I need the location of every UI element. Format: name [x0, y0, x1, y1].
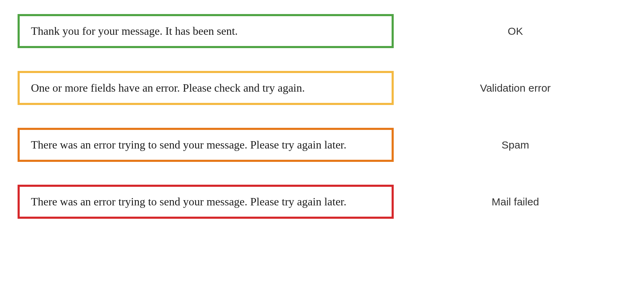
message-text: There was an error trying to send your m…: [31, 195, 346, 208]
label-text: Validation error: [480, 82, 550, 94]
message-label-spam: Spam: [394, 139, 626, 151]
message-text: Thank you for your message. It has been …: [31, 25, 238, 37]
label-text: OK: [508, 25, 523, 37]
message-text: One or more fields have an error. Please…: [31, 81, 305, 94]
label-text: Mail failed: [491, 196, 539, 208]
message-box-validation: One or more fields have an error. Please…: [18, 71, 394, 105]
message-text: There was an error trying to send your m…: [31, 138, 346, 151]
message-box-failed: There was an error trying to send your m…: [18, 185, 394, 219]
message-row-validation: One or more fields have an error. Please…: [18, 71, 626, 105]
message-label-failed: Mail failed: [394, 196, 626, 208]
label-text: Spam: [502, 139, 529, 151]
message-label-validation: Validation error: [394, 82, 626, 94]
message-box-spam: There was an error trying to send your m…: [18, 128, 394, 162]
message-row-spam: There was an error trying to send your m…: [18, 128, 626, 162]
message-row-failed: There was an error trying to send your m…: [18, 185, 626, 219]
message-row-ok: Thank you for your message. It has been …: [18, 14, 626, 48]
message-box-ok: Thank you for your message. It has been …: [18, 14, 394, 48]
message-label-ok: OK: [394, 25, 626, 37]
